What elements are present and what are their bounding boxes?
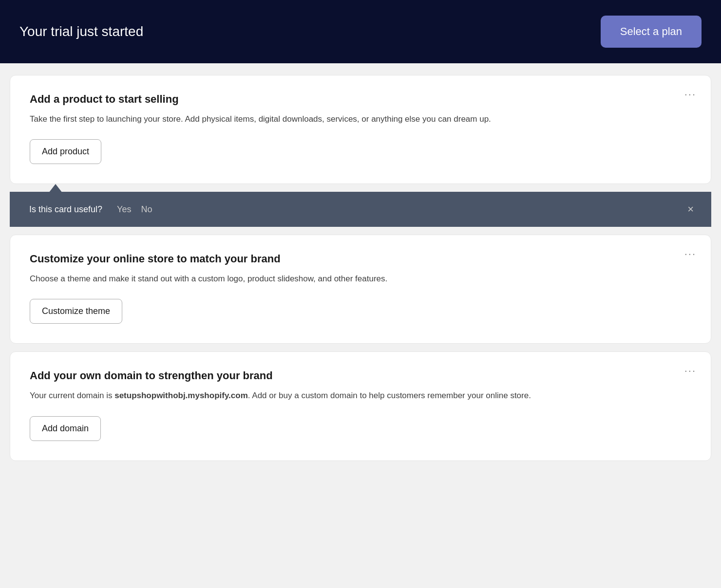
add-domain-description: Your current domain is setupshopwithobj.…	[30, 389, 566, 402]
card-more-icon[interactable]: ···	[684, 88, 696, 101]
trial-title: Your trial just started	[19, 24, 143, 39]
feedback-question: Is this card useful?	[29, 204, 102, 215]
select-plan-button[interactable]: Select a plan	[601, 16, 702, 48]
main-content: ··· Add a product to start selling Take …	[0, 63, 721, 480]
feedback-yes-button[interactable]: Yes	[117, 204, 131, 215]
feedback-close-button[interactable]: ×	[687, 203, 694, 216]
add-domain-button[interactable]: Add domain	[30, 416, 101, 441]
add-product-button[interactable]: Add product	[30, 139, 101, 164]
add-domain-card: ··· Add your own domain to strengthen yo…	[10, 351, 711, 460]
customize-theme-card: ··· Customize your online store to match…	[10, 235, 711, 344]
add-product-title: Add a product to start selling	[30, 93, 691, 106]
customize-theme-button[interactable]: Customize theme	[30, 299, 122, 324]
add-domain-title: Add your own domain to strengthen your b…	[30, 369, 691, 382]
feedback-bar: Is this card useful? Yes No ×	[10, 192, 711, 227]
add-product-card: ··· Add a product to start selling Take …	[10, 75, 711, 184]
customize-theme-description: Choose a theme and make it stand out wit…	[30, 272, 566, 285]
feedback-caret	[49, 184, 62, 193]
customize-theme-title: Customize your online store to match you…	[30, 253, 691, 265]
card-more-icon[interactable]: ···	[684, 365, 696, 377]
header-banner: Your trial just started Select a plan	[0, 0, 721, 63]
add-product-description: Take the first step to launching your st…	[30, 112, 566, 126]
feedback-no-button[interactable]: No	[141, 204, 152, 215]
card-more-icon[interactable]: ···	[684, 248, 696, 260]
